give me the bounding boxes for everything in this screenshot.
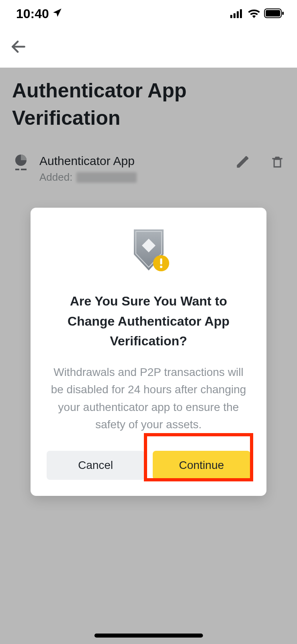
- svg-rect-0: [230, 15, 232, 18]
- svg-rect-3: [240, 9, 242, 18]
- svg-rect-6: [282, 12, 284, 15]
- svg-rect-5: [266, 10, 280, 17]
- svg-rect-1: [234, 13, 236, 18]
- status-time: 10:40: [16, 6, 49, 21]
- modal-buttons: Cancel Continue: [47, 451, 250, 480]
- cancel-button[interactable]: Cancel: [47, 451, 145, 480]
- confirm-modal: Are You Sure You Want to Change Authenti…: [31, 208, 266, 496]
- continue-button[interactable]: Continue: [153, 451, 251, 480]
- battery-icon: [264, 6, 284, 21]
- modal-body: Withdrawals and P2P transactions will be…: [47, 363, 250, 433]
- svg-rect-13: [160, 258, 162, 264]
- home-indicator: [94, 634, 203, 638]
- svg-point-14: [160, 266, 162, 268]
- svg-rect-2: [237, 11, 239, 18]
- back-icon[interactable]: [10, 38, 27, 57]
- status-bar: 10:40: [0, 0, 297, 27]
- nav-bar: [0, 27, 297, 68]
- modal-title: Are You Sure You Want to Change Authenti…: [47, 291, 250, 351]
- wifi-icon: [248, 6, 260, 21]
- location-icon: [52, 6, 63, 21]
- cellular-icon: [230, 6, 244, 21]
- shield-warning-icon: [47, 227, 250, 275]
